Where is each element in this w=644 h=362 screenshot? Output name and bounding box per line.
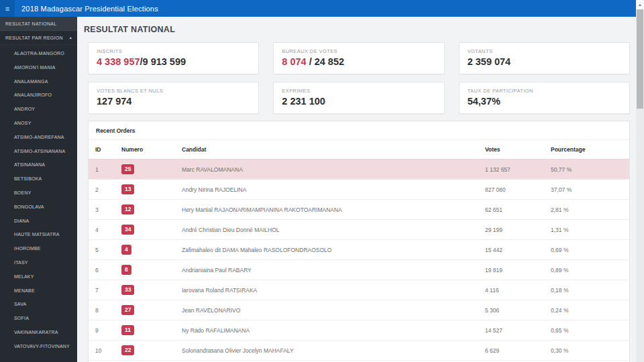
- cell-votes: 15 442: [478, 240, 544, 260]
- column-header: Pourcentage: [544, 140, 629, 160]
- stat-cards: INSCRITS 4 338 957/9 913 599 BUREAUX DE …: [88, 42, 630, 114]
- stat-card-value-rest: /9 913 599: [140, 56, 186, 67]
- cell-candidat: Marc RAVALOMANANA: [175, 160, 478, 180]
- cell-numero: 27: [115, 300, 175, 320]
- table-row[interactable]: 2 13 Andry Nirina RAJOELINA 827 080 37,0…: [89, 180, 629, 200]
- cell-numero: 4: [115, 240, 175, 260]
- sidebar-item-region[interactable]: ANOSY: [0, 117, 77, 131]
- cell-votes: 827 080: [478, 180, 544, 200]
- numero-badge: 27: [121, 305, 134, 316]
- cell-votes: 19 819: [478, 260, 544, 280]
- sidebar-item-region[interactable]: ATSIMO-ATSINANANA: [0, 145, 77, 159]
- sidebar-item-label: RESULTAT PAR REGION: [5, 36, 63, 40]
- sidebar-item-region[interactable]: SOFIA: [0, 312, 77, 326]
- table-row[interactable]: 10 22 Solonandrasana Olivier Jocelyn MAH…: [89, 341, 629, 361]
- numero-badge: 12: [121, 204, 134, 215]
- cell-numero: 11: [115, 320, 175, 341]
- cell-id: 6: [89, 260, 115, 280]
- sidebar-item-region[interactable]: HAUTE MATSIATRA: [0, 228, 77, 242]
- stat-card-value-rest: 2 359 074: [468, 56, 511, 67]
- sidebar-item-resultat-par-region[interactable]: RESULTAT PAR REGION ▴: [0, 31, 77, 45]
- cell-candidat: Ny Rado RAFALIMANANA: [175, 320, 478, 341]
- sidebar-item-region[interactable]: MENABE: [0, 284, 77, 298]
- cell-pourcentage: 0,69 %: [544, 240, 629, 260]
- cell-numero: 13: [115, 180, 175, 200]
- sidebar-item-region[interactable]: ATSINANANA: [0, 158, 77, 172]
- cell-id: 3: [89, 200, 115, 220]
- scrollbar-thumb[interactable]: [637, 9, 643, 109]
- sidebar: RESULTAT NATIONAL RESULTAT PAR REGION ▴ …: [0, 17, 77, 362]
- table-row[interactable]: 8 27 Jean RAVELONARIVO 5 306 0,24 %: [89, 300, 629, 320]
- cell-pourcentage: 1,31 %: [544, 220, 629, 240]
- region-list: ALAOTRA-MANGORO AMORON'I MANIA ANALAMANG…: [0, 45, 77, 354]
- sidebar-item-region[interactable]: ANALANJIROFO: [0, 88, 77, 103]
- stat-card-label: TAUX DE PARTICIPATION: [468, 88, 621, 94]
- table-row[interactable]: 6 8 Andrianiaina Paul RABARY 19 819 0,89…: [89, 260, 629, 280]
- cell-id: 1: [89, 160, 115, 180]
- sidebar-item-region[interactable]: DIANA: [0, 215, 77, 229]
- cell-candidat: Andry Nirina RAJOELINA: [175, 180, 478, 200]
- sidebar-item-region[interactable]: ITASY: [0, 256, 77, 270]
- stat-card: BUREAUX DE VOTES 8 074 / 24 852: [273, 42, 444, 74]
- sidebar-item-region[interactable]: ANALAMANGA: [0, 75, 77, 89]
- sidebar-item-region[interactable]: SAVA: [0, 298, 77, 312]
- cell-pourcentage: 0,18 %: [544, 280, 629, 300]
- results-panel: Recent Orders ID Numero Candidat Votes: [88, 121, 630, 362]
- cell-pourcentage: 2,81 %: [544, 200, 629, 220]
- cell-numero: 12: [115, 200, 175, 220]
- stat-card: INSCRITS 4 338 957/9 913 599: [88, 42, 259, 74]
- cell-numero: 8: [115, 260, 175, 280]
- sidebar-item-region[interactable]: ALAOTRA-MANGORO: [0, 47, 77, 61]
- cell-id: 10: [89, 341, 115, 361]
- cell-pourcentage: 0,65 %: [544, 320, 629, 341]
- sidebar-item-region[interactable]: ANDROY: [0, 103, 77, 117]
- cell-numero: 34: [115, 220, 175, 240]
- table-row[interactable]: 4 34 André Christian Dieu Donné MAILHOL …: [89, 220, 629, 240]
- cell-id: 4: [89, 220, 115, 240]
- sidebar-item-region[interactable]: VAKINANKARATRA: [0, 326, 77, 340]
- sidebar-item-region[interactable]: BOENY: [0, 186, 77, 200]
- stat-card-value: 2 359 074: [468, 56, 621, 67]
- cell-candidat: Andrianiaina Paul RABARY: [175, 260, 478, 280]
- stat-card-label: VOTES BLANCS ET NULS: [97, 88, 250, 94]
- table-body: 1 25 Marc RAVALOMANANA 1 132 657 50,77 %…: [89, 160, 629, 362]
- numero-badge: 13: [121, 184, 134, 195]
- app-title: 2018 Madagascar Presidential Elections: [21, 5, 158, 13]
- cell-votes: 14 527: [478, 320, 544, 341]
- main-content: RESULTAT NATIONAL INSCRITS 4 338 957/9 9…: [77, 17, 636, 362]
- cell-pourcentage: 0,24 %: [544, 300, 629, 320]
- sidebar-item-region[interactable]: VATOVAVY-FITOVINANY: [0, 340, 77, 354]
- sidebar-item-region[interactable]: AMORON'I MANIA: [0, 61, 77, 75]
- numero-badge: 11: [121, 325, 134, 336]
- sidebar-item-resultat-national[interactable]: RESULTAT NATIONAL: [0, 17, 77, 31]
- stat-card-value-rest: / 24 852: [307, 56, 344, 67]
- app-header: ≡ 2018 Madagascar Presidential Elections: [0, 0, 636, 17]
- hamburger-menu-icon[interactable]: ≡: [0, 0, 15, 17]
- stat-card-value: 2 231 100: [282, 96, 435, 107]
- sidebar-item-region[interactable]: MELAKY: [0, 270, 77, 284]
- sidebar-item-region[interactable]: IHOROMBE: [0, 242, 77, 256]
- table-row[interactable]: 3 12 Hery Martial RAJAONARIMAMPIANINA RA…: [89, 200, 629, 220]
- table-row[interactable]: 9 11 Ny Rado RAFALIMANANA 14 527 0,65 %: [89, 320, 629, 341]
- vertical-scrollbar[interactable]: ▲: [636, 0, 644, 362]
- scroll-up-arrow-icon[interactable]: ▲: [636, 0, 644, 9]
- cell-votes: 5 306: [478, 300, 544, 320]
- column-header: Numero: [115, 140, 175, 160]
- sidebar-item-region[interactable]: ATSIMO-ANDREFANA: [0, 131, 77, 145]
- sidebar-item-region[interactable]: BETSIBOKA: [0, 172, 77, 186]
- stat-card-value: 8 074 / 24 852: [282, 56, 435, 67]
- stat-card: EXPRIMES 2 231 100: [273, 82, 444, 114]
- sidebar-item-region[interactable]: BONGOLAVA: [0, 200, 77, 215]
- table-header-row: ID Numero Candidat Votes Pourcentage: [89, 140, 629, 160]
- table-row[interactable]: 1 25 Marc RAVALOMANANA 1 132 657 50,77 %: [89, 160, 629, 180]
- cell-candidat: Iarovana Roland RATSIRAKA: [175, 280, 478, 300]
- stat-card-value-red: 8 074: [282, 56, 306, 67]
- stat-card: TAUX DE PARTICIPATION 54,37%: [459, 82, 630, 114]
- cell-candidat: Solonandrasana Olivier Jocelyn MAHAFALY: [175, 341, 478, 361]
- table-row[interactable]: 7 33 Iarovana Roland RATSIRAKA 4 116 0,1…: [89, 280, 629, 300]
- stat-card-label: EXPRIMES: [282, 88, 435, 94]
- stat-card-label: BUREAUX DE VOTES: [282, 48, 435, 54]
- table-row[interactable]: 5 4 Zafimahaleo dit DAMA Mahaleo RASOLOF…: [89, 240, 629, 260]
- cell-id: 5: [89, 240, 115, 260]
- cell-votes: 29 199: [478, 220, 544, 240]
